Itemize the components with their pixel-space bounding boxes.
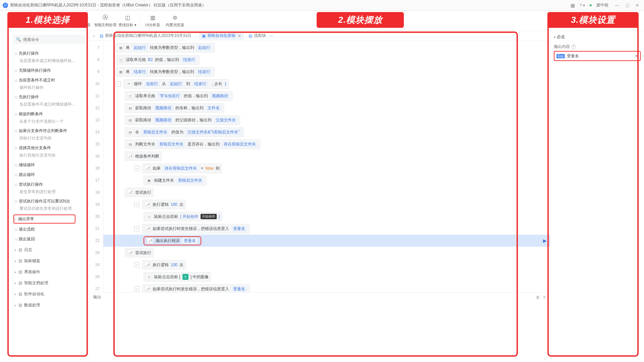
maximize-icon[interactable]: ▢ (623, 1, 631, 9)
builtin-browser-button[interactable]: ⊜内置浏览器 (164, 12, 186, 29)
file-icon: ▤ (100, 34, 103, 38)
sidebar-item[interactable]: ◇当前置条件不成立时循环执行操作 (15, 74, 89, 92)
sidebar-item[interactable]: ◇退出流程 (15, 224, 89, 233)
block-type-icon: ⊙ (146, 214, 152, 220)
capture-icon: ▣ (79, 14, 87, 21)
browser-icon: ⊜ (171, 14, 178, 21)
sidebar-category[interactable]: ▸▤鼠标键盘 (15, 254, 89, 265)
code-line[interactable]: ⊙鼠标点击目标 [ 开始创作 开始创作 ] (103, 210, 550, 223)
code-line[interactable]: ▤判断文件夹 剪辑后文件夹 是否存在，输出到 存在剪辑后文件夹 (103, 138, 550, 150)
search-icon: 🔍 (16, 37, 21, 42)
record-button[interactable]: ▭录制 (50, 12, 72, 29)
capture-button[interactable]: ▣数据抓取 (72, 12, 94, 29)
throw-content-input[interactable]: Exp 变量名 ✕ (554, 51, 641, 61)
code-line[interactable]: −⎇执行逻辑 100 次 (103, 198, 550, 210)
user-name[interactable]: 廖中校 (596, 2, 608, 8)
fold-icon[interactable]: − (134, 286, 140, 292)
ui-analyzer-button[interactable]: ▥UI分析器 (142, 12, 164, 29)
output-panel-header[interactable]: 输出 🗑 ✕ (89, 292, 550, 302)
line-gutter: 789101112131415161617191920212224242627 (89, 41, 103, 292)
code-line[interactable]: ⎇抛出执行错误 变量名▶ (103, 235, 550, 247)
ai-doc-button[interactable]: Ⓐ智能文档处理 (94, 12, 116, 29)
find-target-button[interactable]: ◫查找目标 ▾ (116, 12, 139, 29)
visualize-toggle[interactable]: 可视化 (614, 18, 641, 23)
close-icon[interactable]: ✕ (633, 1, 641, 9)
sidebar-item[interactable]: ◇尝试执行操作且可以重试N次重试后仍发生异常则进行处理 (15, 195, 89, 213)
sidebar-item[interactable]: ◇尝试执行操作发生异常则进行处理 (15, 179, 89, 196)
code-line[interactable]: ▤令 剪辑后文件夹 的值为 父级文件夹&"\\剪辑后文件夹" (103, 126, 550, 138)
block-type-icon: ▤ (127, 129, 133, 135)
breadcrumb-project[interactable]: ▤剪映自动化剪辑口播RPA机器人2023年10月31日 (97, 32, 194, 40)
tab-menu-icon[interactable]: ⋯ (269, 34, 273, 38)
target-icon: ◫ (124, 14, 131, 21)
block-type-icon: ⊙ (146, 274, 152, 280)
window-title: 剪映自动化剪辑口播RPA机器人2023年10月31日 - 流程创造者（UiBot… (10, 2, 206, 8)
code-line[interactable]: ◫读取单元格 B2 的值，输出到 结束行 (103, 54, 550, 66)
code-line[interactable]: ⎇尝试执行 (103, 247, 550, 259)
fold-icon[interactable]: − (134, 166, 140, 171)
code-line[interactable]: ▤获取路径 视频路径 的名称，输出到 文件名 (103, 102, 550, 114)
code-line[interactable]: ⎇根据条件判断 (103, 150, 550, 162)
home-icon[interactable]: ⌂ (93, 34, 95, 38)
fold-icon[interactable]: − (134, 202, 140, 207)
code-lines[interactable]: ▦将 起始行 转换为整数类型，输出到 起始行◫读取单元格 B2 的值，输出到 结… (103, 41, 550, 292)
sidebar-item[interactable]: ◇先执行操作当后置条件不成立时继续循环... (15, 91, 89, 108)
close-tab-icon[interactable]: ✕ (238, 34, 241, 38)
sidebar-item[interactable]: ◇跳出循环 (15, 169, 89, 179)
app-logo-icon: U (3, 3, 8, 8)
sidebar-category[interactable]: ▸▤数据处理 (15, 298, 89, 309)
sidebar-item[interactable]: ◇先执行操作当后置条件成立时继续循环执... (15, 48, 89, 65)
block-type-icon: ▤ (127, 141, 133, 147)
sidebar-item[interactable]: ◇无限循环执行操作 (15, 65, 89, 74)
timeline-button[interactable]: ◷时间线 ▾ (25, 12, 47, 29)
tab-active[interactable]: ▣剪映自动化剪辑✕ (199, 32, 244, 40)
sidebar-item[interactable]: ◇如果分支条件符合判断条件则执行分支语句块 (15, 125, 89, 142)
code-line[interactable]: −⎇如果 存在剪辑后文件夹 =false 则 (103, 162, 550, 174)
search-input[interactable]: 🔍 (13, 35, 86, 44)
code-line[interactable]: ▣创建文件夹 剪辑后文件夹 (103, 174, 550, 186)
sidebar-item[interactable]: ◇选择其他分支条件执行其他分支语句块 (15, 142, 89, 159)
code-line[interactable]: ▤获取路径 视频路径 的父级路径，输出到 父级文件夹 (103, 114, 550, 126)
code-line[interactable]: −⎇执行逻辑 100 次 (103, 259, 550, 271)
help-icon[interactable]: ? (571, 45, 576, 49)
sidebar-item[interactable]: ◇继续循环 (15, 159, 89, 169)
block-type-icon: ▦ (118, 69, 124, 75)
block-type-icon: ⎇ (145, 201, 151, 207)
block-type-icon: ⎇ (145, 286, 151, 292)
fold-icon[interactable]: − (134, 226, 140, 231)
code-line[interactable]: ⊙鼠标点击目标 [ + ] 中的图像 (103, 271, 550, 283)
code-line[interactable]: ▦将 起始行 转换为整数类型，输出到 起始行 (103, 42, 550, 54)
minimize-icon[interactable]: — (613, 1, 621, 9)
code-line[interactable]: ⎇尝试执行 (103, 186, 550, 198)
code-line[interactable]: ◫读取单元格 "B"&当前行 的值，输出到 视频路径 (103, 90, 550, 102)
dropdown-icon[interactable]: ▾ (637, 54, 639, 57)
trash-icon[interactable]: 🗑 (536, 295, 540, 300)
editor-area: ⌂ ▤剪映自动化剪辑口播RPA机器人2023年10月31日 › ▣剪映自动化剪辑… (89, 31, 550, 362)
fold-icon[interactable]: − (134, 262, 140, 267)
apps-grid-icon[interactable]: ▦ (571, 3, 575, 8)
flow-icon: ▣ (202, 34, 206, 38)
sidebar-item[interactable]: ◇根据判断条件从多个分支中选择出一个 (15, 108, 89, 125)
help-icon[interactable]: ? ▾ (580, 3, 585, 8)
block-type-icon: ▤ (127, 117, 133, 123)
stop-button[interactable]: ◯停止 (3, 12, 25, 29)
sidebar-category[interactable]: ▸▤智能文档处理 (15, 276, 89, 287)
code-line[interactable]: ▦将 结束行 转换为整数类型，输出到 结束行 (103, 66, 550, 78)
code-line[interactable]: −⎇如果尝试执行时发生错误，把错误信息置入 变量名 (103, 223, 550, 235)
sidebar-item[interactable]: ◇跳出返回 (15, 233, 89, 243)
close-output-icon[interactable]: ✕ (543, 295, 546, 300)
run-caret-icon[interactable]: ▶ (543, 238, 547, 243)
fold-icon[interactable]: − (115, 81, 121, 86)
sidebar-category[interactable]: ▸▤界面操作 (15, 265, 89, 276)
code-line[interactable]: −⎇如果尝试执行时发生错误，把错误信息置入 变量名 (103, 283, 550, 292)
expression-badge: Exp (556, 54, 565, 58)
sidebar-category[interactable]: ▸▤软件自动化 (15, 287, 89, 298)
tab-secondary[interactable]: ▤流程块⋯ (246, 32, 276, 40)
block-type-icon: ▣ (146, 177, 152, 183)
sidebar-item[interactable]: ◇抛出异常 (15, 213, 89, 224)
sidebar-category[interactable]: ▸▤日志 (15, 243, 89, 254)
block-type-icon: ⎇ (145, 165, 151, 171)
code-line[interactable]: −⟳循环 当前行 从 起始行 到 结束行，步长 1 (103, 78, 550, 90)
analyzer-icon: ▥ (149, 14, 156, 21)
props-section-required[interactable]: ▾ 必选 (554, 33, 641, 41)
